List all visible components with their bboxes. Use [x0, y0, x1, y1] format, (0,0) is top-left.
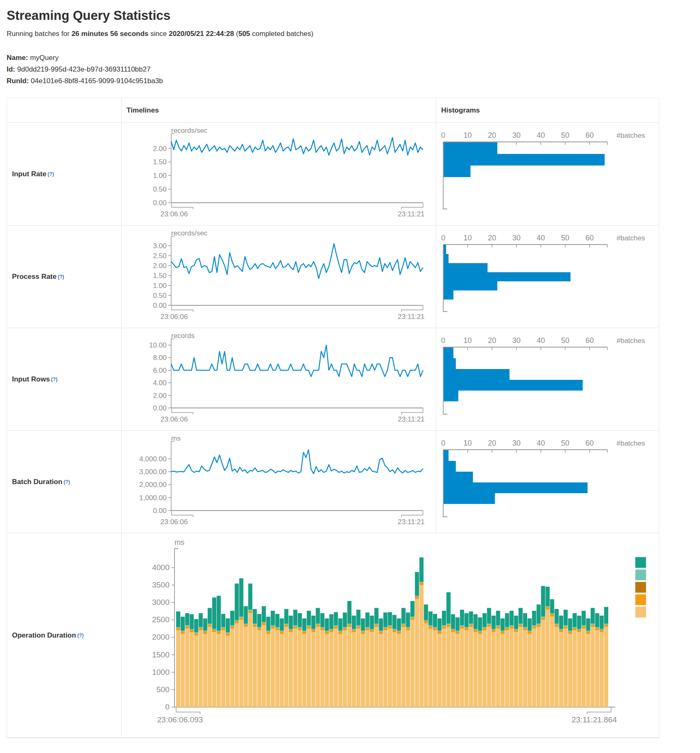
row-label-batch-duration: Batch Duration(?): [7, 431, 121, 533]
input-rate-help-icon[interactable]: (?): [48, 171, 54, 177]
svg-text:#batches: #batches: [616, 337, 645, 345]
query-name-value: myQuery: [30, 54, 59, 62]
svg-text:4,000.00: 4,000.00: [139, 455, 167, 463]
running-duration: 26 minutes 56 seconds: [72, 30, 148, 38]
svg-text:ms: ms: [174, 538, 184, 547]
svg-text:2,000.00: 2,000.00: [139, 481, 167, 489]
running-prefix: Running batches for: [7, 30, 72, 38]
header-timelines: Timelines: [121, 98, 436, 123]
svg-text:60: 60: [585, 336, 594, 345]
running-paren: (: [234, 30, 238, 38]
row-label-input-rate: Input Rate(?): [7, 123, 121, 225]
running-start-time: 2020/05/21 22:44:28: [169, 30, 234, 38]
svg-text:0: 0: [441, 234, 445, 242]
svg-text:0: 0: [165, 703, 170, 711]
operation-duration-help-icon[interactable]: (?): [77, 633, 84, 638]
svg-text:0: 0: [441, 439, 445, 447]
row-label-input-rows: Input Rows(?): [7, 328, 121, 431]
svg-text:1,000.00: 1,000.00: [139, 494, 167, 502]
svg-text:20: 20: [488, 336, 496, 345]
batch-duration-help-icon[interactable]: (?): [64, 479, 70, 485]
legend-swatch-4: [635, 607, 646, 618]
svg-text:6.00: 6.00: [153, 367, 167, 374]
svg-text:40: 40: [537, 234, 545, 242]
input-rows-timeline-chart: records0.002.004.006.008.0010.0023:06:06…: [121, 328, 436, 431]
svg-text:20: 20: [488, 439, 496, 447]
svg-text:10: 10: [463, 131, 472, 139]
svg-text:0.00: 0.00: [153, 199, 167, 207]
svg-text:23:06:06: 23:06:06: [160, 313, 188, 321]
svg-text:500: 500: [156, 685, 170, 694]
svg-text:1.50: 1.50: [153, 272, 167, 280]
svg-text:50: 50: [561, 234, 569, 242]
running-since: since: [148, 30, 169, 38]
input-rows-label: Input Rows: [12, 375, 50, 384]
query-id-line: Id: 9d0dd219-995d-423e-b97d-36931110bb27: [7, 64, 700, 75]
svg-text:0.50: 0.50: [153, 185, 167, 193]
query-name-line: Name: myQuery: [7, 52, 700, 64]
svg-text:4.00: 4.00: [153, 379, 167, 387]
svg-text:30: 30: [512, 234, 521, 242]
input-rows-help-icon[interactable]: (?): [51, 376, 57, 382]
completed-count: 505: [238, 30, 250, 38]
header-histograms: Histograms: [436, 98, 659, 123]
svg-text:4000: 4000: [152, 563, 170, 572]
svg-text:10: 10: [463, 234, 472, 242]
query-meta: Name: myQuery Id: 9d0dd219-995d-423e-b97…: [7, 52, 700, 87]
batch-duration-label: Batch Duration: [12, 478, 62, 486]
completed-suffix: completed batches): [250, 30, 313, 38]
operation-duration-label: Operation Duration: [12, 631, 76, 640]
svg-text:23:06:06: 23:06:06: [160, 518, 188, 526]
svg-text:20: 20: [488, 234, 496, 242]
svg-text:1000: 1000: [152, 668, 170, 676]
process-rate-histogram-chart: 0102030405060#batches: [436, 225, 659, 328]
svg-text:ms: ms: [171, 434, 181, 442]
process-rate-help-icon[interactable]: (?): [58, 274, 64, 280]
header-empty: [7, 98, 121, 123]
svg-text:3500: 3500: [152, 580, 170, 589]
page-title: Streaming Query Statistics: [7, 8, 700, 23]
svg-text:2.00: 2.00: [153, 145, 167, 153]
svg-text:2.00: 2.00: [153, 392, 167, 400]
svg-text:23:06:06.093: 23:06:06.093: [157, 715, 203, 724]
process-rate-label: Process Rate: [12, 273, 57, 281]
svg-text:#batches: #batches: [616, 132, 645, 139]
svg-text:30: 30: [512, 131, 521, 139]
svg-text:0.00: 0.00: [153, 302, 167, 309]
svg-text:10: 10: [463, 439, 472, 447]
statistics-table: Timelines Histograms Input Rate(?) recor…: [7, 98, 659, 738]
legend-swatch-1: [635, 569, 646, 580]
query-runid-line: RunId: 04e101e6-8bf8-4165-9099-9104c951b…: [7, 75, 700, 87]
svg-text:2500: 2500: [152, 615, 170, 624]
row-label-operation-duration: Operation Duration(?): [7, 533, 121, 738]
svg-text:23:11:21: 23:11:21: [398, 415, 425, 423]
legend-swatch-0: [635, 557, 646, 568]
input-rows-histogram-chart: 0102030405060#batches: [436, 328, 659, 431]
svg-text:23:11:21.864: 23:11:21.864: [571, 715, 617, 724]
operation-duration-legend: [635, 557, 646, 618]
svg-text:23:11:21: 23:11:21: [398, 518, 425, 526]
svg-text:2000: 2000: [152, 633, 170, 641]
svg-text:8.00: 8.00: [153, 354, 167, 362]
svg-text:records: records: [171, 332, 195, 340]
svg-text:60: 60: [585, 439, 594, 447]
page-content: Streaming Query Statistics Running batch…: [0, 0, 700, 738]
svg-text:0: 0: [441, 131, 445, 139]
svg-text:0.00: 0.00: [153, 507, 167, 515]
process-rate-timeline-chart: records/sec0.000.501.001.502.002.503.002…: [121, 225, 436, 328]
svg-text:60: 60: [585, 234, 594, 242]
query-id-label: Id:: [7, 65, 15, 73]
input-rate-label: Input Rate: [12, 170, 46, 178]
row-label-process-rate: Process Rate(?): [7, 225, 121, 328]
svg-text:#batches: #batches: [616, 439, 645, 447]
batch-duration-histogram-chart: 0102030405060#batches: [436, 431, 659, 533]
query-name-label: Name:: [7, 54, 28, 62]
svg-text:0.50: 0.50: [153, 292, 167, 300]
svg-text:1.00: 1.00: [153, 172, 167, 180]
svg-text:3.00: 3.00: [153, 242, 167, 250]
input-rate-timeline-chart: records/sec0.000.501.001.502.0023:06:062…: [121, 123, 436, 225]
svg-text:23:06:06: 23:06:06: [160, 210, 188, 218]
svg-text:3000: 3000: [152, 598, 170, 607]
svg-text:0: 0: [441, 336, 445, 345]
svg-text:40: 40: [537, 439, 545, 447]
